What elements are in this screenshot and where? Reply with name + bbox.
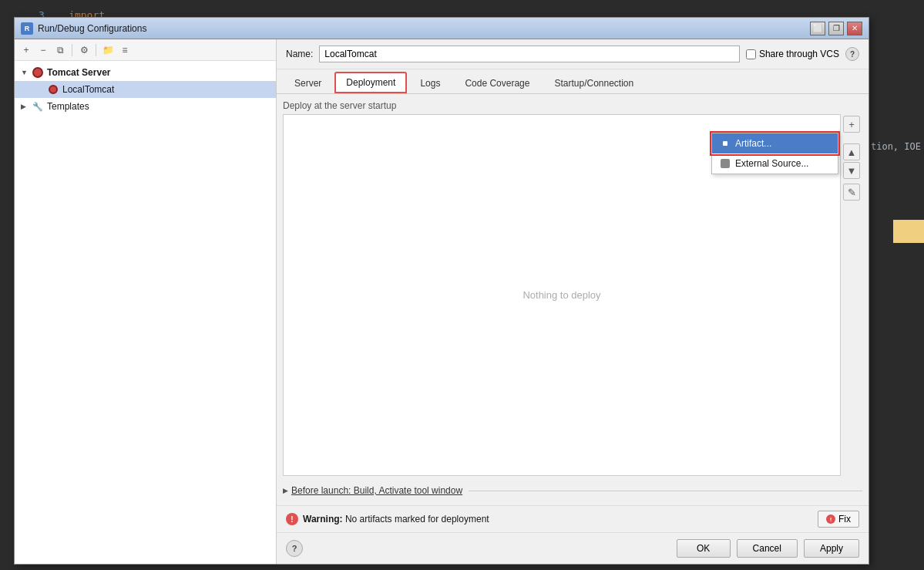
side-toolbar: + (841, 114, 862, 476)
deploy-section-header: Deploy at the server startup (283, 100, 862, 111)
add-deploy-button[interactable]: + (843, 116, 860, 133)
dialog-icon: R (21, 22, 33, 35)
name-label: Name: (286, 49, 313, 59)
tree-item-tomcat-server[interactable]: ▼ Tomcat Server (15, 64, 276, 81)
apply-button[interactable]: Apply (804, 539, 859, 558)
tree-item-templates[interactable]: ▶ 🔧 Templates (15, 98, 276, 115)
tab-code-coverage-label: Code Coverage (465, 78, 529, 89)
local-tomcat-icon (47, 83, 59, 96)
run-debug-dialog: R Run/Debug Configurations ⬜ ❐ ✕ + − ⧉ ⚙… (14, 17, 869, 565)
code-highlight (893, 220, 924, 243)
warning-message: No artifacts marked for deployment (345, 514, 489, 524)
sort-button[interactable]: ≡ (118, 43, 132, 57)
fix-warning-icon: ! (826, 514, 835, 524)
tomcat-server-label: Tomcat Server (47, 67, 110, 78)
ok-button[interactable]: OK (677, 539, 731, 558)
before-launch-line (469, 491, 862, 491)
dialog-title: Run/Debug Configurations (38, 23, 146, 34)
copy-config-button[interactable]: ⧉ (53, 43, 67, 57)
templates-icon: 🔧 (32, 100, 44, 113)
templates-label: Templates (47, 101, 89, 112)
tab-startup-connection-label: Startup/Connection (554, 78, 633, 89)
add-button-container: + (843, 116, 860, 133)
dialog-footer: ? OK Cancel Apply (277, 532, 869, 564)
right-side-text: tion, IOE (862, 85, 924, 154)
settings-button[interactable]: ⚙ (77, 43, 91, 57)
help-button[interactable]: ? (286, 540, 303, 557)
tab-server-label: Server (294, 78, 321, 89)
fix-label: Fix (838, 514, 851, 524)
title-bar-left: R Run/Debug Configurations (21, 22, 146, 35)
external-source-icon (720, 158, 731, 169)
dialog-body: + − ⧉ ⚙ 📁 ≡ ▼ Tomcat Server (15, 39, 869, 564)
title-bar-controls: ⬜ ❐ ✕ (810, 22, 862, 35)
dropdown-item-external-source[interactable]: External Source... (712, 153, 838, 174)
scroll-down-button[interactable]: ▼ (843, 162, 860, 179)
chevron-down-icon: ▼ (21, 69, 32, 76)
before-launch-chevron: ▶ (283, 487, 288, 494)
warning-bar: ! Warning: No artifacts marked for deplo… (277, 505, 869, 532)
chevron-right-icon: ▶ (21, 103, 32, 110)
artifact-label: Artifact... (735, 138, 771, 149)
tab-logs[interactable]: Logs (408, 72, 452, 93)
local-tomcat-label: LocalTomcat (62, 84, 114, 95)
tab-content-deployment: Deploy at the server startup Nothing to … (277, 94, 869, 505)
toolbar-separator-1 (72, 44, 72, 56)
warning-bold: Warning: (303, 514, 343, 524)
warning-text: Warning: No artifacts marked for deploym… (303, 514, 813, 524)
footer-left: ? (286, 540, 303, 557)
tab-server[interactable]: Server (283, 72, 333, 93)
vcs-checkbox-container: Share through VCS (746, 49, 839, 59)
before-launch-header[interactable]: ▶ Before launch: Build, Activate tool wi… (283, 482, 862, 499)
left-toolbar: + − ⧉ ⚙ 📁 ≡ (15, 39, 276, 61)
artifact-icon (720, 138, 731, 149)
add-deploy-dropdown: Artifact... External Source... (711, 133, 838, 174)
cancel-label: Cancel (753, 543, 781, 554)
tab-deployment[interactable]: Deployment (334, 72, 407, 93)
minimize-button[interactable]: ⬜ (810, 22, 825, 35)
tab-deployment-label: Deployment (346, 77, 395, 88)
footer-right: OK Cancel Apply (677, 539, 859, 558)
apply-label: Apply (820, 543, 843, 554)
scroll-up-button[interactable]: ▲ (843, 143, 860, 160)
deploy-area-wrapper: Nothing to deploy + (283, 114, 862, 476)
vcs-checkbox[interactable] (746, 49, 756, 59)
restore-button[interactable]: ❐ (828, 22, 844, 35)
deploy-section: Deploy at the server startup Nothing to … (283, 100, 862, 499)
name-row: Name: Share through VCS ? (277, 39, 869, 69)
remove-config-button[interactable]: − (36, 43, 50, 57)
add-config-button[interactable]: + (19, 43, 33, 57)
right-panel: Name: Share through VCS ? Server Deploym… (277, 39, 869, 564)
tab-logs-label: Logs (420, 78, 440, 89)
config-tree: ▼ Tomcat Server LocalTomcat ▶ (15, 61, 276, 564)
left-panel: + − ⧉ ⚙ 📁 ≡ ▼ Tomcat Server (15, 39, 277, 564)
warning-icon: ! (286, 513, 298, 525)
ok-label: OK (697, 543, 710, 554)
cancel-button[interactable]: Cancel (737, 539, 798, 558)
tomcat-group-icon (32, 66, 44, 79)
tab-startup-connection[interactable]: Startup/Connection (543, 72, 645, 93)
dropdown-item-artifact[interactable]: Artifact... (712, 133, 838, 153)
name-input[interactable] (319, 46, 740, 62)
fix-button[interactable]: ! Fix (818, 511, 859, 528)
toolbar-separator-2 (96, 44, 96, 56)
dialog-title-bar: R Run/Debug Configurations ⬜ ❐ ✕ (15, 18, 869, 39)
before-launch-label: Before launch: Build, Activate tool wind… (291, 485, 462, 496)
vcs-help-button[interactable]: ? (845, 47, 859, 61)
external-source-label: External Source... (735, 158, 808, 169)
folder-button[interactable]: 📁 (101, 43, 115, 57)
empty-deploy-label: Nothing to deploy (522, 289, 600, 301)
tree-item-local-tomcat[interactable]: LocalTomcat (15, 81, 276, 98)
edit-deploy-button[interactable]: ✎ (843, 184, 860, 201)
close-button[interactable]: ✕ (847, 22, 862, 35)
tabs-bar: Server Deployment Logs Code Coverage Sta… (277, 69, 869, 94)
before-launch-section: ▶ Before launch: Build, Activate tool wi… (283, 482, 862, 499)
vcs-label: Share through VCS (759, 49, 839, 59)
tab-code-coverage[interactable]: Code Coverage (453, 72, 541, 93)
